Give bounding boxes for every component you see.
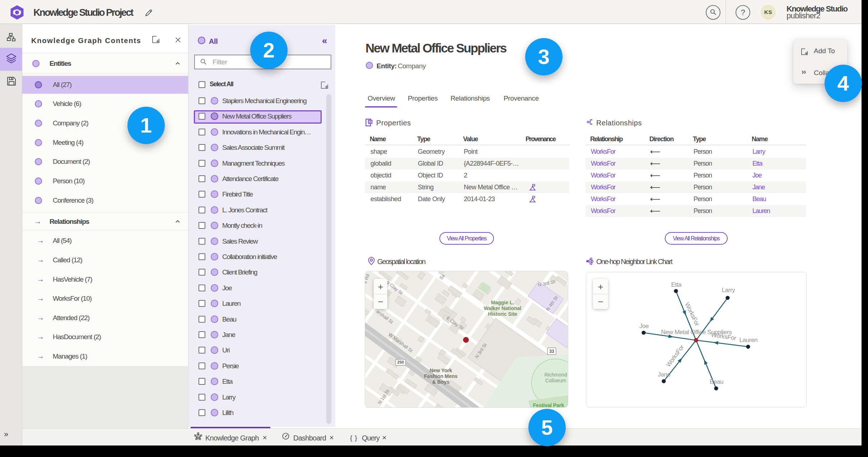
svg-text:33: 33 <box>549 349 554 354</box>
svg-text:Festival Park: Festival Park <box>533 402 564 408</box>
svg-text:250: 250 <box>397 360 404 364</box>
svg-text:New York: New York <box>430 368 452 373</box>
svg-text:Fashion Mens: Fashion Mens <box>424 373 458 379</box>
svg-text:Richmond: Richmond <box>544 372 567 378</box>
svg-text:WorksFor: WorksFor <box>683 301 701 327</box>
svg-text:Lauren: Lauren <box>739 337 758 343</box>
svg-text:Etta: Etta <box>671 281 682 288</box>
svg-text:& Boys: & Boys <box>432 379 449 385</box>
svg-text:Jane: Jane <box>658 371 670 378</box>
svg-text:WorksFor: WorksFor <box>711 331 737 342</box>
svg-text:Larry: Larry <box>722 287 736 294</box>
svg-text:Walker National: Walker National <box>484 305 522 311</box>
svg-text:WorksFor: WorksFor <box>665 343 685 368</box>
svg-text:Maggie L.: Maggie L. <box>491 300 514 305</box>
svg-text:Coliseum: Coliseum <box>545 378 566 383</box>
svg-text:Joe: Joe <box>639 323 649 329</box>
svg-text:Beau: Beau <box>710 378 723 385</box>
svg-text:Historic Site: Historic Site <box>488 311 517 317</box>
